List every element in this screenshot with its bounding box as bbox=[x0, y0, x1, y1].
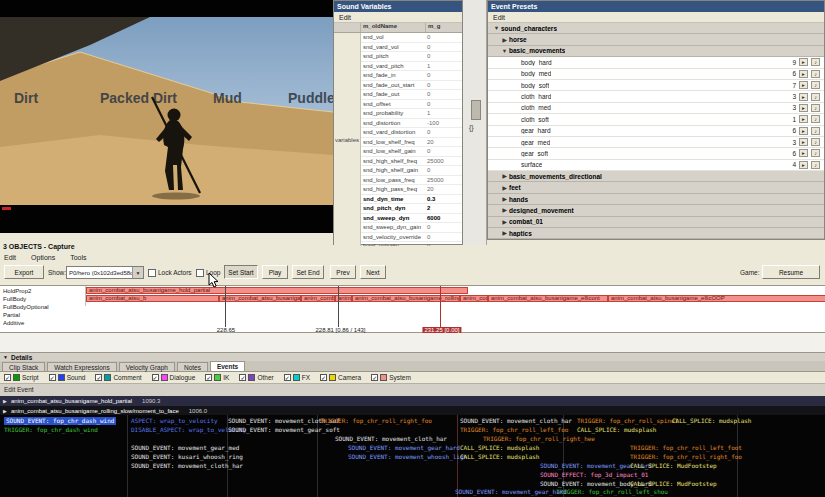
details-tab[interactable]: Velocity Graph bbox=[119, 362, 175, 371]
preview-play-button[interactable]: ▸ bbox=[799, 149, 808, 157]
variable-row[interactable]: snd_high_pass_freq 20 bbox=[361, 185, 462, 195]
event-label[interactable]: CALL_SPLICE: mudsplash bbox=[672, 417, 751, 425]
variable-value[interactable]: 0 bbox=[424, 243, 462, 246]
filter-checkbox[interactable]: ✓ bbox=[284, 374, 291, 381]
variable-row[interactable]: local_velocity 0 bbox=[361, 242, 462, 246]
preset-row[interactable]: cloth_hard 3 ▸ ♪ bbox=[488, 91, 824, 102]
timeline-clip[interactable]: anim_combat_atsu_b bbox=[86, 295, 219, 302]
variable-value[interactable]: 0 bbox=[424, 224, 462, 230]
event-label[interactable]: CALL_SPLICE: MudFootstep bbox=[630, 462, 717, 470]
preview-play-button[interactable]: ▸ bbox=[799, 127, 808, 135]
audition-speaker-icon[interactable]: ♪ bbox=[811, 70, 820, 78]
events-canvas[interactable]: SOUND_EVENT: fop_chr_dash_wind TRIGGER: … bbox=[0, 415, 825, 497]
event-label[interactable]: SOUND_EVENT: movement_gear_soft bbox=[228, 426, 340, 434]
event-label[interactable]: SOUND_EVENT: movement_cloth_har bbox=[131, 462, 243, 470]
preset-row[interactable]: cloth_med 3 ▸ ♪ bbox=[488, 103, 824, 114]
preview-play-button[interactable]: ▸ bbox=[799, 104, 808, 112]
set-start-button[interactable]: Set Start bbox=[224, 265, 258, 279]
details-tab[interactable]: Notes bbox=[177, 362, 208, 371]
variable-value[interactable]: 0.3 bbox=[424, 196, 462, 202]
event-label[interactable]: SOUND_EVENT: movement_cloth_har bbox=[335, 435, 447, 443]
details-tab[interactable]: Clip Stack bbox=[2, 362, 45, 371]
set-end-button[interactable]: Set End bbox=[292, 265, 324, 279]
column-header-value[interactable]: m_g bbox=[426, 23, 462, 32]
expander-icon[interactable]: ▶ bbox=[500, 207, 509, 213]
filter-checkbox[interactable]: ✓ bbox=[49, 374, 56, 381]
timeline-clip[interactable]: anim_combat_atsu_bu bbox=[460, 295, 488, 302]
preview-play-button[interactable]: ▸ bbox=[799, 93, 808, 101]
event-label[interactable]: SOUND_EVENT: movement_gear_hard bbox=[348, 444, 460, 452]
event-label[interactable]: TRIGGER: fop_chr_roll_right_foo bbox=[630, 453, 742, 461]
chevron-down-icon[interactable]: ▼ bbox=[132, 267, 143, 278]
variable-row[interactable]: snd_low_shelf_freq 20 bbox=[361, 138, 462, 148]
event-label[interactable]: SOUND_EVENT: movement_whoosh_ligh bbox=[348, 453, 467, 461]
variable-row[interactable]: snd_vard_vol 0 bbox=[361, 43, 462, 53]
menu-edit[interactable]: Edit bbox=[488, 14, 510, 21]
edit-event-label[interactable]: Edit Event bbox=[0, 383, 825, 396]
timeline-clip[interactable]: anim_combat_atsu_busanigame_ellicont bbox=[488, 295, 608, 302]
variable-row[interactable]: snd_sweep_dyn_gain 0 bbox=[361, 223, 462, 233]
menu-edit[interactable]: Edit bbox=[334, 14, 356, 21]
audition-speaker-icon[interactable]: ♪ bbox=[811, 138, 820, 146]
timeline-clip[interactable]: anim_combat_atsu_busanigame_rolling bbox=[352, 295, 460, 302]
variable-row[interactable]: snd_dyn_time 0.3 bbox=[361, 195, 462, 205]
details-tab[interactable]: Events bbox=[210, 361, 245, 371]
event-label[interactable]: SOUND_EFFECT: fop_3d_impact_01 bbox=[540, 471, 648, 479]
preset-row[interactable]: body_hard 9 ▸ ♪ bbox=[488, 57, 824, 68]
filter-checkbox[interactable]: ✓ bbox=[95, 374, 102, 381]
preset-row[interactable]: ▼ sound_characters ▸ ♪ bbox=[488, 23, 824, 34]
scrollbar-thumb[interactable] bbox=[471, 100, 481, 120]
event-label[interactable]: TRIGGER: fop_chr_roll_right_foo bbox=[320, 417, 432, 425]
expander-icon[interactable]: ▶ bbox=[500, 196, 509, 202]
audition-speaker-icon[interactable]: ♪ bbox=[811, 149, 820, 157]
details-tab[interactable]: Watch Expressions bbox=[47, 362, 116, 371]
variable-value[interactable]: 0 bbox=[424, 167, 462, 173]
chevron-right-icon[interactable]: ▶ bbox=[3, 398, 11, 404]
variable-value[interactable]: 2 bbox=[424, 205, 462, 211]
menu-item[interactable]: Options bbox=[29, 254, 62, 261]
actor-select[interactable]: P0/hero (0x102d3ed58d) ▼ bbox=[66, 266, 144, 279]
event-group-row[interactable]: ▶ anim_combat_atsu_busanigame_hold_parti… bbox=[0, 396, 825, 406]
variable-row[interactable]: snd_velocity_override 0 bbox=[361, 233, 462, 243]
track-label[interactable]: HoldProp2 bbox=[0, 287, 85, 295]
variable-value[interactable]: 0 bbox=[424, 234, 462, 240]
track-label[interactable]: FullBodyOptional bbox=[0, 303, 85, 311]
variable-row[interactable]: snd_probability 1 bbox=[361, 109, 462, 119]
audition-speaker-icon[interactable]: ♪ bbox=[811, 93, 820, 101]
variable-row[interactable]: snd_offset 0 bbox=[361, 100, 462, 110]
event-label[interactable]: TRIGGER: fop_chr_dash_wind bbox=[4, 426, 98, 434]
event-label[interactable]: SOUND_EVENT: kusari_whoosh_ring bbox=[131, 453, 243, 461]
preset-row[interactable]: ▶ feet ▸ ♪ bbox=[488, 182, 824, 193]
variable-value[interactable]: 25000 bbox=[424, 158, 462, 164]
event-filter[interactable]: ✓ Other bbox=[239, 374, 273, 381]
event-label[interactable]: TRIGGER: fop_chr_roll_left_shou bbox=[556, 488, 668, 496]
variable-value[interactable]: 0 bbox=[424, 129, 462, 135]
variable-row[interactable]: snd_pitch 0 bbox=[361, 52, 462, 62]
variable-value[interactable]: 20 bbox=[424, 186, 462, 192]
play-button[interactable]: Play bbox=[262, 265, 288, 279]
audition-speaker-icon[interactable]: ♪ bbox=[811, 104, 820, 112]
filter-checkbox[interactable]: ✓ bbox=[371, 374, 378, 381]
preview-play-button[interactable]: ▸ bbox=[799, 138, 808, 146]
preset-row[interactable]: gear_hard 6 ▸ ♪ bbox=[488, 126, 824, 137]
event-group-row[interactable]: ▶ anim_combat_atsu_busanigame_rolling_sl… bbox=[0, 406, 825, 415]
variable-value[interactable]: 1 bbox=[424, 63, 462, 69]
variable-row[interactable]: snd_low_shelf_gain 0 bbox=[361, 147, 462, 157]
preset-row[interactable]: body_soft 7 ▸ ♪ bbox=[488, 80, 824, 91]
event-label[interactable]: TRIGGER: fop_chr_roll_spine1 bbox=[577, 417, 678, 425]
filter-checkbox[interactable]: ✓ bbox=[205, 374, 212, 381]
details-header[interactable]: ▼ Details bbox=[0, 352, 825, 361]
event-filter[interactable]: ✓ FX bbox=[284, 374, 310, 381]
event-filter[interactable]: ✓ Script bbox=[4, 374, 39, 381]
filter-checkbox[interactable]: ✓ bbox=[320, 374, 327, 381]
expander-icon[interactable]: ▶ bbox=[500, 37, 509, 43]
event-label[interactable]: TRIGGER: fop_chr_roll_left_foo bbox=[460, 426, 568, 434]
preset-row[interactable]: ▶ hands ▸ ♪ bbox=[488, 194, 824, 205]
variable-value[interactable]: 0 bbox=[424, 82, 462, 88]
track-label[interactable]: Partial bbox=[0, 311, 85, 319]
resume-button[interactable]: Resume bbox=[762, 265, 820, 279]
filter-checkbox[interactable]: ✓ bbox=[239, 374, 246, 381]
audition-speaker-icon[interactable]: ♪ bbox=[811, 127, 820, 135]
audition-speaker-icon[interactable]: ♪ bbox=[811, 115, 820, 123]
expander-icon[interactable]: ▶ bbox=[500, 173, 509, 179]
